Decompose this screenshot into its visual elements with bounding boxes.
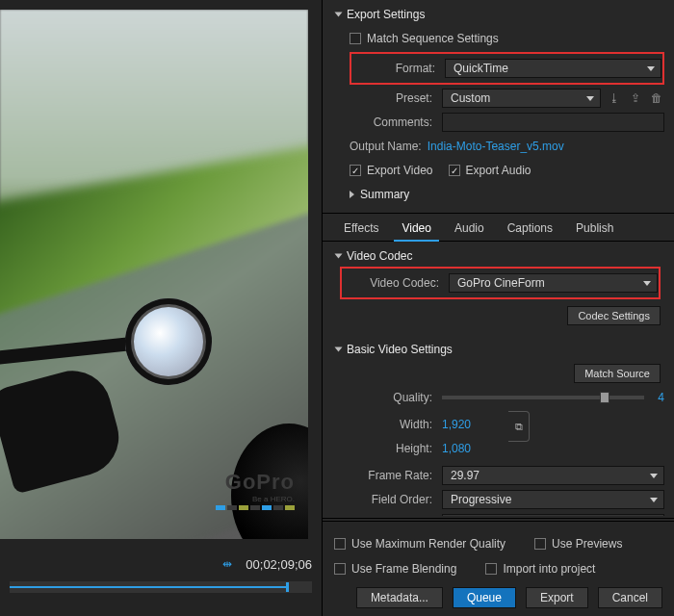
- chevron-down-icon: [586, 96, 594, 101]
- format-value: QuickTime: [454, 62, 508, 75]
- basic-video-section: Basic Video Settings Match Source Qualit…: [323, 335, 674, 516]
- use-frame-blending-label: Use Frame Blending: [351, 562, 456, 576]
- use-previews-checkbox[interactable]: [534, 538, 546, 550]
- timeline-scrubber[interactable]: [10, 581, 312, 593]
- video-codec-section: Video Codec Video Codec: GoPro CineForm: [323, 242, 674, 335]
- footer: Use Maximum Render Quality Use Previews …: [323, 521, 674, 616]
- video-codec-value: GoPro CineForm: [457, 276, 545, 290]
- export-video-label: Export Video: [367, 164, 433, 177]
- export-settings-header[interactable]: Export Settings: [336, 4, 664, 25]
- fieldorder-dropdown[interactable]: Progressive: [442, 490, 664, 509]
- comments-label: Comments:: [350, 116, 442, 129]
- fit-icon[interactable]: ⇹: [222, 557, 232, 571]
- export-button[interactable]: Export: [526, 587, 588, 608]
- import-project-checkbox[interactable]: [485, 563, 497, 575]
- settings-pane: Export Settings Match Sequence Settings …: [323, 0, 674, 616]
- preview-pane: GoPro Be a HERO. ⇹ 00;02;09;06: [0, 0, 323, 616]
- cancel-button[interactable]: Cancel: [598, 587, 662, 608]
- settings-tabs: EffectsVideoAudioCaptionsPublish: [323, 216, 674, 242]
- link-dimensions-toggle[interactable]: ⧉: [508, 411, 530, 442]
- chevron-down-icon: [335, 347, 343, 352]
- use-max-render-label: Use Maximum Render Quality: [351, 537, 506, 551]
- use-max-render-checkbox[interactable]: [334, 538, 346, 550]
- fieldorder-value: Progressive: [451, 493, 511, 506]
- aspect-dropdown[interactable]: Square Pixels (1.0): [442, 514, 664, 516]
- framerate-label: Frame Rate:: [336, 469, 442, 482]
- timecode[interactable]: 00;02;09;06: [246, 557, 312, 572]
- preset-dropdown[interactable]: Custom: [442, 89, 601, 108]
- tab-publish[interactable]: Publish: [564, 216, 625, 241]
- chevron-down-icon: [335, 13, 343, 17]
- height-label: Height:: [336, 442, 442, 455]
- queue-button[interactable]: Queue: [453, 587, 516, 608]
- comments-input[interactable]: [442, 113, 664, 132]
- preset-label: Preset:: [350, 91, 442, 105]
- tab-audio[interactable]: Audio: [443, 216, 496, 241]
- export-settings-title: Export Settings: [347, 8, 425, 21]
- framerate-dropdown[interactable]: 29.97: [442, 466, 664, 485]
- match-sequence-label: Match Sequence Settings: [367, 32, 499, 45]
- use-previews-label: Use Previews: [552, 537, 622, 551]
- preview-scene: [0, 10, 308, 539]
- import-project-label: Import into project: [503, 562, 595, 576]
- timeline: ⇹ 00;02;09;06: [0, 549, 322, 616]
- format-label: Format:: [352, 62, 445, 75]
- width-label: Width:: [336, 418, 442, 431]
- video-codec-title: Video Codec: [347, 249, 413, 263]
- output-name-link[interactable]: India-Moto-Teaser_v5.mov: [428, 140, 564, 153]
- chevron-down-icon: [650, 498, 658, 502]
- codec-settings-button[interactable]: Codec Settings: [567, 306, 661, 325]
- basic-video-header[interactable]: Basic Video Settings: [336, 339, 664, 360]
- quality-label: Quality:: [336, 391, 442, 404]
- link-icon: ⧉: [515, 421, 523, 433]
- export-audio-checkbox[interactable]: ✓: [449, 165, 460, 176]
- summary-header[interactable]: Summary: [336, 184, 664, 205]
- gopro-watermark: GoPro Be a HERO.: [216, 470, 295, 510]
- fieldorder-label: Field Order:: [336, 493, 442, 506]
- format-dropdown[interactable]: QuickTime: [445, 59, 661, 78]
- height-value[interactable]: 1,080: [442, 442, 471, 455]
- chevron-down-icon: [647, 66, 655, 71]
- quality-value[interactable]: 4: [658, 391, 664, 404]
- export-video-checkbox[interactable]: ✓: [350, 165, 361, 176]
- video-preview[interactable]: GoPro Be a HERO.: [0, 10, 308, 539]
- width-value[interactable]: 1,920: [442, 418, 471, 431]
- preset-value: Custom: [451, 91, 490, 105]
- basic-video-title: Basic Video Settings: [347, 343, 453, 356]
- output-name-label: Output Name:: [350, 140, 428, 153]
- quality-slider[interactable]: [442, 396, 644, 399]
- use-frame-blending-checkbox[interactable]: [334, 563, 346, 575]
- export-settings-section: Export Settings Match Sequence Settings …: [323, 0, 674, 211]
- chevron-down-icon: [650, 474, 658, 478]
- tab-effects[interactable]: Effects: [332, 216, 390, 241]
- tab-captions[interactable]: Captions: [496, 216, 564, 241]
- summary-label: Summary: [360, 188, 409, 201]
- delete-preset-icon[interactable]: 🗑: [649, 90, 664, 106]
- match-source-button[interactable]: Match Source: [574, 364, 661, 383]
- video-codec-label: Video Codec:: [343, 276, 449, 290]
- video-codec-header[interactable]: Video Codec: [336, 245, 664, 267]
- framerate-value: 29.97: [451, 469, 480, 482]
- import-preset-icon[interactable]: ⇪: [628, 90, 643, 106]
- chevron-right-icon: [350, 191, 354, 198]
- tab-video[interactable]: Video: [390, 216, 442, 241]
- chevron-down-icon: [335, 254, 343, 259]
- chevron-down-icon: [643, 281, 651, 286]
- metadata-button[interactable]: Metadata...: [356, 587, 443, 608]
- match-sequence-checkbox[interactable]: [350, 33, 361, 44]
- video-codec-dropdown[interactable]: GoPro CineForm: [449, 273, 658, 293]
- export-audio-label: Export Audio: [466, 164, 531, 177]
- save-preset-icon[interactable]: ⭳: [607, 90, 622, 106]
